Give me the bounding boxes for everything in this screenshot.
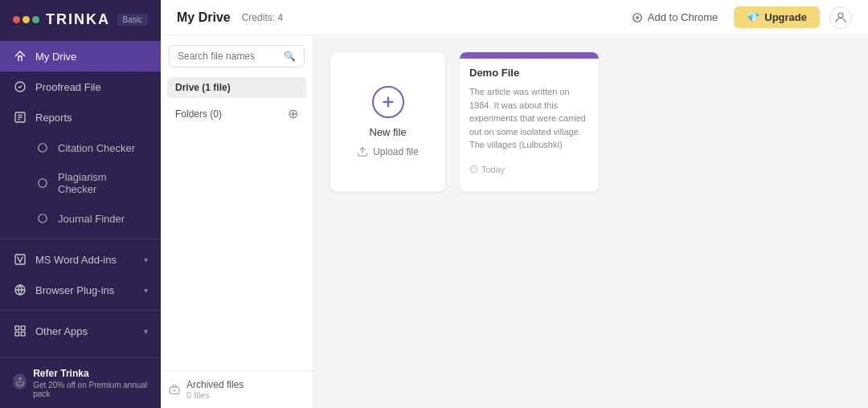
search-box[interactable]: 🔍 [169,45,305,67]
dot-green [32,16,39,23]
demo-card-body: Demo File The article was written on 198… [460,59,599,160]
citation-icon [35,141,50,155]
demo-file-text: The article was written on 1984. It was … [469,85,589,152]
svg-point-13 [838,13,843,18]
refer-subtitle: Get 20% off on Premium annual pack [33,381,148,398]
credits-badge: Credits: 4 [242,12,283,23]
add-folder-button[interactable]: ⊕ [288,106,298,121]
sidebar-item-journal-label: Journal Finder [58,213,148,225]
demo-file-card[interactable]: Demo File The article was written on 198… [459,51,600,192]
user-avatar[interactable] [829,6,852,29]
sidebar-divider-1 [0,239,161,239]
drive-label: Drive (1 file) [175,82,231,93]
upload-label: Upload file [373,146,419,157]
refer-section[interactable]: Refer Trinka Get 20% off on Premium annu… [0,357,161,408]
upgrade-label: Upgrade [764,11,807,23]
sidebar-item-browser-plugins[interactable]: Browser Plug-ins ▾ [0,275,161,305]
file-panel: 🔍 Drive (1 file) Folders (0) ⊕ [161,35,313,408]
browser-chevron: ▾ [144,286,148,295]
demo-file-title: Demo File [469,67,589,79]
folders-row: Folders (0) ⊕ [161,101,313,126]
refer-title: Refer Trinka [33,368,148,379]
files-grid: New file Upload file Demo Fil [313,35,868,408]
new-file-card[interactable]: New file Upload file [330,51,446,192]
ms-word-chevron: ▾ [144,255,148,264]
sidebar-item-my-drive-label: My Drive [35,51,148,63]
sidebar-item-other-apps[interactable]: Other Apps ▾ [0,316,161,346]
sidebar-header: TRINKA Basic [0,0,161,36]
svg-point-3 [39,179,47,188]
sidebar-item-plagiarism-checker[interactable]: Plagiarism Checker [0,163,161,203]
other-apps-chevron: ▾ [144,327,148,336]
svg-point-2 [39,144,47,153]
search-input[interactable] [178,51,279,62]
drive-icon [13,49,27,63]
drive-section: Drive (1 file) [167,77,306,98]
sidebar-item-proofread-label: Proofread File [35,81,148,93]
upload-icon [357,146,368,157]
demo-card-footer: Today [460,160,599,179]
topbar-right: Add to Chrome 💎 Upgrade [625,6,852,29]
add-to-chrome-button[interactable]: Add to Chrome [625,8,724,27]
sidebar-item-ms-word-label: MS Word Add-ins [35,254,136,266]
sidebar-item-my-drive[interactable]: My Drive [0,41,161,71]
other-apps-icon [13,324,27,338]
sidebar-item-citation-label: Citation Checker [58,142,148,154]
svg-rect-9 [15,332,19,336]
sidebar-item-reports[interactable]: Reports [0,102,161,133]
browser-icon [13,283,27,297]
svg-rect-7 [15,326,19,330]
svg-point-4 [39,214,47,223]
dot-red [13,16,20,23]
sidebar-item-ms-word[interactable]: MS Word Add-ins ▾ [0,244,161,275]
new-file-label: New file [369,126,406,138]
basic-badge: Basic [117,14,148,26]
upgrade-button[interactable]: 💎 Upgrade [734,6,820,28]
proofread-icon [13,80,27,94]
search-icon: 🔍 [284,51,296,62]
logo-text: TRINKA [46,11,110,28]
demo-file-timestamp: Today [481,165,505,174]
upload-row[interactable]: Upload file [357,146,419,157]
dot-yellow [23,16,30,23]
archived-section: Archived files 0 files [161,370,313,408]
add-chrome-label: Add to Chrome [648,11,718,23]
content-area: 🔍 Drive (1 file) Folders (0) ⊕ [161,35,868,408]
archived-count: 0 files [186,390,244,400]
logo-area: TRINKA [13,11,110,28]
topbar: My Drive Credits: 4 Add to Chrome 💎 Upgr… [161,0,868,35]
ms-word-icon [13,252,27,267]
main-area: My Drive Credits: 4 Add to Chrome 💎 Upgr… [161,0,868,408]
new-file-icon [372,86,404,118]
archived-row: Archived files 0 files [169,379,305,400]
sidebar: TRINKA Basic My Drive Proofread File [0,0,161,408]
sidebar-item-citation-checker[interactable]: Citation Checker [0,133,161,163]
sidebar-item-proofread-file[interactable]: Proofread File [0,71,161,102]
plagiarism-icon [35,176,50,190]
sidebar-item-plagiarism-label: Plagiarism Checker [58,171,148,195]
svg-rect-8 [21,326,25,330]
page-title: My Drive [177,10,231,25]
reports-icon [13,110,27,124]
demo-card-top-bar [460,52,599,59]
logo-dots [13,16,39,23]
sidebar-nav: My Drive Proofread File Reports [0,36,161,357]
sidebar-item-browser-label: Browser Plug-ins [35,284,136,296]
refer-icon [13,373,27,390]
svg-rect-10 [21,332,25,336]
archived-label: Archived files [186,379,244,390]
folders-label: Folders (0) [175,108,222,120]
sidebar-item-reports-label: Reports [35,112,148,124]
sidebar-item-other-apps-label: Other Apps [35,325,136,337]
journal-icon [35,211,50,226]
sidebar-item-journal-finder[interactable]: Journal Finder [0,203,161,234]
upgrade-diamond-icon: 💎 [747,11,760,23]
spacer [161,126,313,370]
sidebar-divider-2 [0,310,161,311]
